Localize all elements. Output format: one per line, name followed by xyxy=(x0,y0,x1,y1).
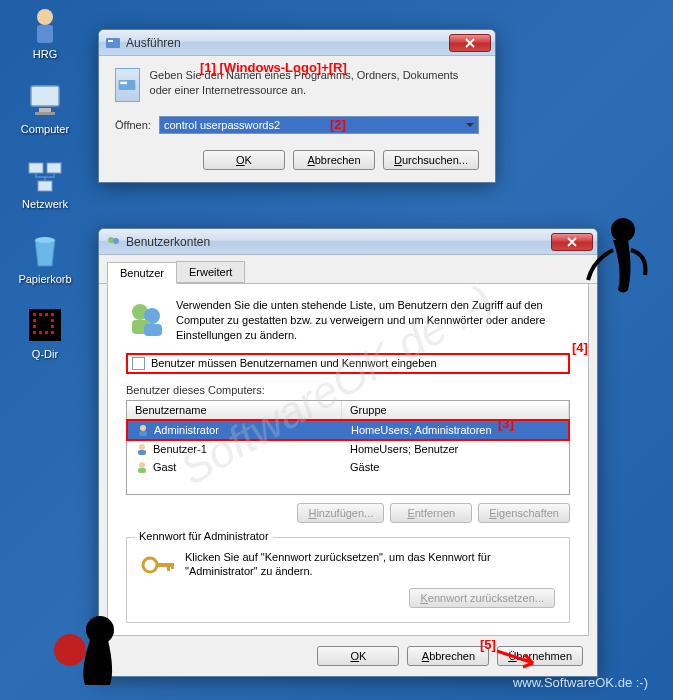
run-titlebar[interactable]: Ausführen xyxy=(99,30,495,56)
svg-point-27 xyxy=(113,238,119,244)
svg-rect-20 xyxy=(45,331,48,334)
cancel-button[interactable]: Abbrechen xyxy=(293,150,375,170)
desktop-icon-label: Papierkorb xyxy=(15,273,75,285)
require-login-checkbox[interactable] xyxy=(132,357,145,370)
users-icon xyxy=(126,298,166,338)
user-avatar-icon xyxy=(135,460,149,474)
table-row[interactable]: Benutzer-1 HomeUsers; Benutzer xyxy=(127,440,569,458)
column-header-username[interactable]: Benutzername xyxy=(127,401,342,419)
recycle-bin-icon xyxy=(25,230,65,270)
svg-rect-22 xyxy=(106,38,120,48)
apply-button[interactable]: Übernehmen xyxy=(497,646,583,666)
desktop-icon-computer[interactable]: Computer xyxy=(15,80,75,135)
desktop-icon-hrg[interactable]: HRG xyxy=(15,5,75,60)
tab-advanced[interactable]: Erweitert xyxy=(176,261,245,283)
intro-text: Verwenden Sie die unten stehende Liste, … xyxy=(176,298,570,343)
svg-rect-2 xyxy=(31,86,59,106)
run-dialog: Ausführen Geben Sie den Namen eines Prog… xyxy=(98,29,496,183)
desktop-icon-label: Q-Dir xyxy=(15,348,75,360)
ok-button[interactable]: OK xyxy=(317,646,399,666)
password-text: Klicken Sie auf "Kennwort zurücksetzen",… xyxy=(185,550,555,580)
svg-point-26 xyxy=(108,237,114,243)
user-window-icon xyxy=(105,234,121,250)
hrg-icon xyxy=(25,5,65,45)
svg-rect-11 xyxy=(39,313,42,316)
table-row[interactable]: Gast Gäste xyxy=(127,458,569,476)
svg-rect-13 xyxy=(51,313,54,316)
key-icon xyxy=(141,550,175,580)
svg-rect-18 xyxy=(33,331,36,334)
svg-point-42 xyxy=(611,218,635,242)
svg-rect-31 xyxy=(144,324,162,336)
run-title: Ausführen xyxy=(126,36,449,50)
svg-rect-24 xyxy=(119,80,136,90)
svg-rect-12 xyxy=(45,313,48,316)
desktop-icon-label: Computer xyxy=(15,123,75,135)
svg-rect-37 xyxy=(138,468,146,473)
column-header-group[interactable]: Gruppe xyxy=(342,401,569,419)
user-list[interactable]: Benutzername Gruppe Administrator HomeUs… xyxy=(126,400,570,495)
table-row[interactable]: Administrator HomeUsers; Administratoren xyxy=(126,419,570,441)
add-button: Hinzufügen... xyxy=(297,503,384,523)
run-program-icon xyxy=(115,68,140,102)
svg-rect-39 xyxy=(157,563,173,567)
svg-rect-21 xyxy=(51,331,54,334)
list-label: Benutzer dieses Computers: xyxy=(126,384,570,396)
checkbox-label: Benutzer müssen Benutzernamen und Kennwo… xyxy=(151,357,437,369)
run-description: Geben Sie den Namen eines Programms, Ord… xyxy=(150,68,479,98)
properties-button: Eigenschaften xyxy=(478,503,570,523)
svg-rect-15 xyxy=(51,319,54,322)
svg-rect-10 xyxy=(33,313,36,316)
qdir-icon xyxy=(25,305,65,345)
computer-icon xyxy=(25,80,65,120)
desktop-icons: HRG Computer Netzwerk Papierkorb Q-Dir xyxy=(15,5,75,380)
desktop-icon-recyclebin[interactable]: Papierkorb xyxy=(15,230,75,285)
svg-rect-6 xyxy=(47,163,61,173)
desktop-icon-network[interactable]: Netzwerk xyxy=(15,155,75,210)
svg-rect-41 xyxy=(171,563,174,569)
svg-rect-35 xyxy=(138,450,146,455)
reset-password-button: Kennwort zurücksetzen... xyxy=(409,588,555,608)
cancel-button[interactable]: Abbrechen xyxy=(407,646,489,666)
svg-rect-23 xyxy=(108,40,113,42)
svg-rect-14 xyxy=(33,319,36,322)
close-button[interactable] xyxy=(551,233,593,251)
svg-rect-40 xyxy=(167,563,170,571)
user-title: Benutzerkonten xyxy=(126,235,551,249)
svg-rect-16 xyxy=(33,325,36,328)
user-avatar-icon xyxy=(135,442,149,456)
close-button[interactable] xyxy=(449,34,491,52)
svg-rect-4 xyxy=(35,112,55,115)
browse-button[interactable]: Durchsuchen... xyxy=(383,150,479,170)
user-titlebar[interactable]: Benutzerkonten xyxy=(99,229,597,255)
user-avatar-icon xyxy=(136,423,150,437)
svg-rect-19 xyxy=(39,331,42,334)
open-label: Öffnen: xyxy=(115,119,151,131)
svg-point-36 xyxy=(139,462,145,468)
desktop-icon-qdir[interactable]: Q-Dir xyxy=(15,305,75,360)
user-accounts-dialog: Benutzerkonten Benutzer Erweitert Verwen… xyxy=(98,228,598,677)
svg-point-38 xyxy=(143,558,157,572)
svg-rect-33 xyxy=(139,431,147,436)
command-input[interactable]: control userpasswords2 xyxy=(159,116,479,134)
desktop-icon-label: HRG xyxy=(15,48,75,60)
remove-button: Entfernen xyxy=(390,503,472,523)
svg-point-34 xyxy=(139,444,145,450)
ok-button[interactable]: OK xyxy=(203,150,285,170)
footer-text: www.SoftwareOK.de :-) xyxy=(513,675,648,690)
svg-point-44 xyxy=(54,634,86,666)
close-icon xyxy=(567,237,577,247)
close-icon xyxy=(465,38,475,48)
network-icon xyxy=(25,155,65,195)
run-window-icon xyxy=(105,35,121,51)
svg-rect-5 xyxy=(29,163,43,173)
svg-rect-3 xyxy=(39,108,51,112)
svg-point-8 xyxy=(35,237,55,243)
svg-rect-25 xyxy=(121,82,128,85)
svg-rect-1 xyxy=(37,25,53,43)
desktop-icon-label: Netzwerk xyxy=(15,198,75,210)
svg-rect-7 xyxy=(38,181,52,191)
tab-users[interactable]: Benutzer xyxy=(107,262,177,284)
svg-rect-17 xyxy=(51,325,54,328)
password-group-label: Kennwort für Administrator xyxy=(135,530,273,542)
